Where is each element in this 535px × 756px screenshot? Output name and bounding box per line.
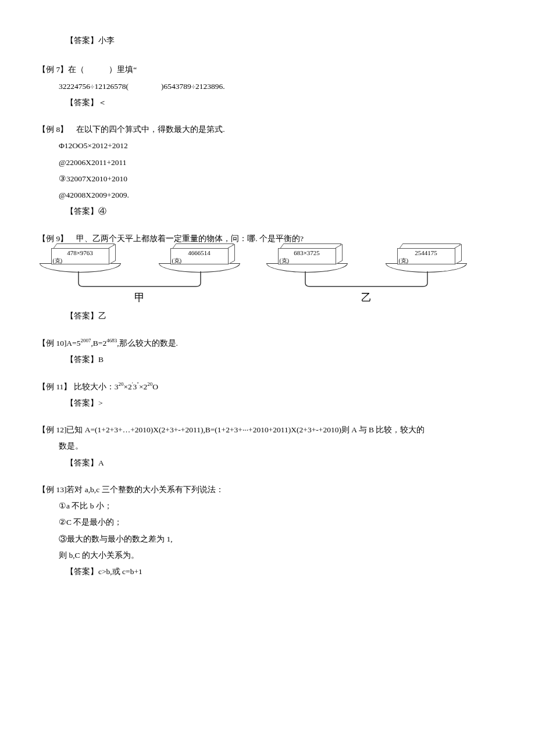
balance-label: 甲 xyxy=(134,290,145,306)
example-title: 【例 13]若对 a,b,c 三个整数的大小关系有下列说法： xyxy=(38,484,503,496)
weight-box: 2544175 (克) xyxy=(397,247,455,263)
weight-box: 478×9763 (克) xyxy=(51,247,109,263)
example-title: 【例 7】在（ ）里填“ xyxy=(38,64,503,76)
example-title: 【例 11】 比较大小：320×2'3"×220O xyxy=(38,381,503,393)
answer-value: > xyxy=(98,399,103,407)
answer-value: B xyxy=(98,355,104,364)
conclusion: 则 b,C 的大小关系为。 xyxy=(38,550,503,561)
option-4: @42008X2009+2009. xyxy=(38,189,503,201)
box-unit: (克) xyxy=(52,257,109,265)
balance-label: 乙 xyxy=(361,290,372,306)
answer-label: 【答案】 xyxy=(66,458,98,467)
example-continuation: 数是。 xyxy=(38,440,503,452)
answer-value: c>b,或 c=b+1 xyxy=(98,567,142,576)
answer-value: ＜ xyxy=(98,98,106,107)
example-7: 【例 7】在（ ）里填“ 32224756÷12126578( )6543789… xyxy=(38,64,503,109)
answer-value: A xyxy=(98,458,104,467)
box-value: 683×3725 xyxy=(279,249,336,257)
option-3: ③32007X2010+2010 xyxy=(38,173,503,185)
answer-value: ④ xyxy=(98,207,106,216)
example-answer: 【答案】A xyxy=(38,457,503,469)
example-10: 【例 10]A=52007,B=24683,那么较大的数是. 【答案】B xyxy=(38,337,503,366)
example-title: 【例 10]A=52007,B=24683,那么较大的数是. xyxy=(38,337,503,349)
prev-answer: 【答案】小李 xyxy=(38,35,503,46)
box-unit: (克) xyxy=(398,257,455,265)
answer-value: 小李 xyxy=(98,36,115,45)
condition-3: ③最大的数与最小的数之差为 1, xyxy=(38,533,503,545)
example-answer: 【答案】④ xyxy=(38,206,503,217)
balance-yi: 683×3725 (克) 2544175 (克) xyxy=(265,247,468,306)
answer-label: 【答案】 xyxy=(66,399,98,407)
example-answer: 【答案】B xyxy=(38,354,503,366)
answer-label: 【答案】 xyxy=(66,355,98,364)
box-unit: (克) xyxy=(279,257,336,265)
option-1: Φ12OO5×2012+2012 xyxy=(38,140,503,152)
example-answer: 【答案】> xyxy=(38,397,503,409)
example-answer: 【答案】乙 xyxy=(38,310,503,322)
pan-right: 4666514 (克) xyxy=(157,247,241,273)
answer-label: 【答案】 xyxy=(66,98,98,107)
option-2: @22006X2011+2011 xyxy=(38,157,503,169)
answer-label: 【答案】 xyxy=(66,36,98,45)
example-13: 【例 13]若对 a,b,c 三个整数的大小关系有下列说法： ①a 不比 b 小… xyxy=(38,484,503,578)
box-unit: (克) xyxy=(171,257,228,265)
example-9: 【例 9】 甲、乙两个天平上都放着一定重量的物体，问：哪. 个是平衡的? 478… xyxy=(38,233,503,323)
example-answer: 【答案】＜ xyxy=(38,97,503,109)
box-value: 478×9763 xyxy=(52,249,109,257)
answer-label: 【答案】 xyxy=(66,207,98,216)
answer-label: 【答案】 xyxy=(66,311,98,320)
answer-label: 【答案】 xyxy=(66,567,98,576)
pan-left: 478×9763 (克) xyxy=(38,247,122,273)
condition-2: ②C 不是最小的； xyxy=(38,517,503,528)
example-title: 【例 8】 在以下的四个算式中，得数最大的是第式. xyxy=(38,124,503,135)
example-11: 【例 11】 比较大小：320×2'3"×220O 【答案】> xyxy=(38,381,503,409)
weight-box: 683×3725 (克) xyxy=(278,247,336,263)
example-answer: 【答案】c>b,或 c=b+1 xyxy=(38,566,503,578)
weight-box: 4666514 (克) xyxy=(170,247,229,263)
condition-1: ①a 不比 b 小； xyxy=(38,500,503,512)
box-value: 4666514 xyxy=(171,249,228,257)
balance-beam-icon xyxy=(265,271,468,289)
balance-jia: 478×9763 (克) 4666514 (克) xyxy=(38,247,241,306)
example-title: 【例 9】 甲、乙两个天平上都放着一定重量的物体，问：哪. 个是平衡的? xyxy=(38,233,503,245)
balance-figures: 478×9763 (克) 4666514 (克) xyxy=(38,247,503,306)
pan-left: 683×3725 (克) xyxy=(265,247,349,273)
example-12: 【例 12]已知 A=(1+2+3+…+2010)X(2+3+-+2011),B… xyxy=(38,424,503,469)
example-8: 【例 8】 在以下的四个算式中，得数最大的是第式. Φ12OO5×2012+20… xyxy=(38,124,503,218)
pan-right: 2544175 (克) xyxy=(384,247,468,273)
example-title: 【例 12]已知 A=(1+2+3+…+2010)X(2+3+-+2011),B… xyxy=(38,424,503,436)
example-expression: 32224756÷12126578( )6543789÷2123896. xyxy=(38,81,503,92)
answer-value: 乙 xyxy=(98,311,106,320)
box-value: 2544175 xyxy=(398,249,455,257)
balance-beam-icon xyxy=(38,271,241,289)
